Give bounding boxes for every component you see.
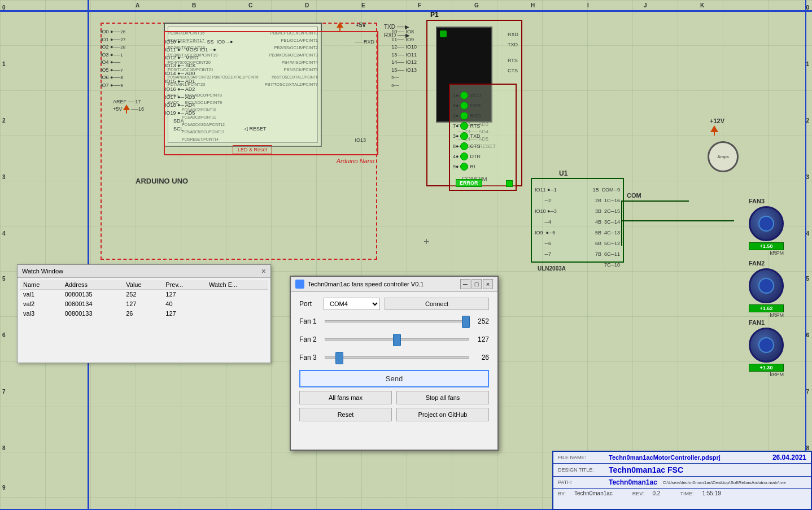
row1-address: 00800135 [62,290,123,299]
maximize-btn[interactable]: □ [472,279,482,289]
arduino-uno-label: ARDUINO UNO [136,177,188,185]
fan3-value: 26 [469,354,489,361]
minimize-btn[interactable]: ─ [460,279,470,289]
fan2-circle [749,268,784,303]
rev-value: 0.2 [653,490,661,496]
row1-name: val1 [20,290,62,299]
row-label-right-3: 3 [806,174,809,180]
row1-prev: 127 [162,290,206,299]
port-label: Port [299,300,319,308]
txd-rxd-arrows: TXD ──▶ RXD ──▶ [384,24,410,38]
table-row: val2 00800134 127 40 [20,299,268,309]
fan-controller-title: Techn0man1ac fans speed controller V0.1 [308,281,424,287]
io-pins-outer-left: IO0 ●──26 IO1 ●──27 IO2 ●──28 IO3 ●──1 I… [101,28,125,89]
row3-address: 00800133 [62,309,123,319]
fan-window-icon [295,280,304,289]
nano-right-labels: ── RXD [355,38,374,46]
row-label-right-0: 0 [806,5,809,11]
col-label-b: B [192,2,196,8]
fan2-slider-track [325,338,469,341]
filename-value: Techn0man1acMotorController.pdsprj [609,454,721,461]
fan2-assembly: FAN2 +1.62 kRPM [749,260,784,318]
row-label-7: 7 [2,389,6,395]
fan1-value: 252 [469,317,489,325]
row-label-0: 0 [2,5,6,11]
all-fans-max-button[interactable]: All fans max [299,391,392,404]
arduino-nano-label: Arduino Nano [337,158,374,164]
path-label: PATH: [558,480,606,485]
watch-col-address: Address [62,280,123,290]
12v-arrow [710,125,718,136]
filename-label: FILE NAME: [558,455,606,460]
svg-marker-2 [337,22,343,28]
connect-button[interactable]: Connect [385,298,489,310]
row-label-5: 5 [2,276,6,282]
p1-pin-labels: 1●DCD 6●DSR 2●RXD 7●RTS 3●TXD 8●CTS 4●DT… [453,90,481,172]
fan3-krpm: +1.50 [749,242,784,250]
close-btn[interactable]: × [483,279,493,289]
port-select[interactable]: COM4 [324,298,380,310]
col-label-j: J [644,2,647,8]
row-label-right-6: 6 [806,332,809,338]
fan3-row-label: Fan 3 [299,354,325,361]
svg-rect-1 [126,110,127,114]
reset-label: ◁ RESET [244,126,267,132]
design-value: Techn0man1ac FSC [609,465,683,474]
compim-pin-labels: RXD TXD RTS CTS [508,29,518,76]
fan3-krpm-unit: kRPM [749,250,784,256]
compim-p1-title: P1 [430,11,439,19]
port-row: Port COM4 Connect [299,298,489,310]
wire-3 [621,220,734,221]
uln2003-label: ULN2003A [538,265,566,272]
page-date: 26.04.2021 [772,454,806,461]
fan3-slider-track [325,356,469,359]
col-label-e: E [361,2,365,8]
watch-col-value: Value [123,280,162,290]
time-value: 1:55:19 [702,490,721,496]
fan-controller-body: Port COM4 Connect Fan 1 252 Fan 2 [291,292,497,430]
col-label-i: I [587,2,589,8]
wire-1 [621,200,689,202]
col-label-a: A [136,2,139,8]
title-by-row: BY: Techn0man1ac REV: 0.2 TIME: 1:55:19 [553,489,811,498]
fan1-krpm: +1.30 [749,364,784,372]
watch-title: Watch Window [22,268,63,274]
title-filename-row: FILE NAME: Techn0man1acMotorController.p… [553,452,811,464]
table-row: val3 00800133 26 127 [20,309,268,319]
fan3-circle [749,206,784,241]
border-right [805,0,806,510]
fan1-row: Fan 1 252 [299,316,489,327]
watch-close-btn[interactable]: × [261,267,266,276]
uln2003-block: ULN2003A IO11 ●─1 ─2 IO10 ●─3 ─4 IO9 ●─5… [531,178,624,263]
github-button[interactable]: Project on GitHub [396,408,489,421]
watch-table: Name Address Value Prev... Watch E... va… [20,280,268,319]
nano-power-arrow [337,22,343,31]
time-label: TIME: [680,491,693,496]
row1-watch [206,290,268,299]
fan2-slider-thumb[interactable] [393,334,401,346]
fan3-slider-thumb[interactable] [335,352,343,364]
nano-5v-label: +5V [356,22,366,28]
capacitor-symbol: Amps [708,141,739,172]
12v-label: +12V [710,117,724,124]
send-button[interactable]: Send [299,370,489,387]
stop-all-fans-button[interactable]: Stop all fans [396,391,489,404]
u1-label: U1 [559,169,567,177]
fan2-krpm: +1.62 [749,304,784,312]
path-value: Techn0man1ac [609,478,657,486]
row2-address: 00800134 [62,299,123,309]
fan3-slider-container [325,352,469,363]
fan1-slider-thumb[interactable] [462,316,470,328]
svg-rect-3 [339,28,340,31]
watch-col-name: Name [20,280,62,290]
svg-rect-5 [714,132,715,136]
reset-button[interactable]: Reset [299,408,392,421]
watch-window: Watch Window × Name Address Value Prev..… [17,264,271,363]
status-green-sq [506,180,513,187]
rev-label: REV: [632,491,644,496]
arduino-nano-block: Arduino Nano +5V IO10 ●─────── SS IO0 ─●… [164,31,378,155]
fan2-slider-container [325,334,469,345]
fan2-krpm-unit: kRPM [749,312,784,318]
fan3-label: FAN3 [749,198,784,204]
row-label-right-2: 2 [806,117,809,124]
